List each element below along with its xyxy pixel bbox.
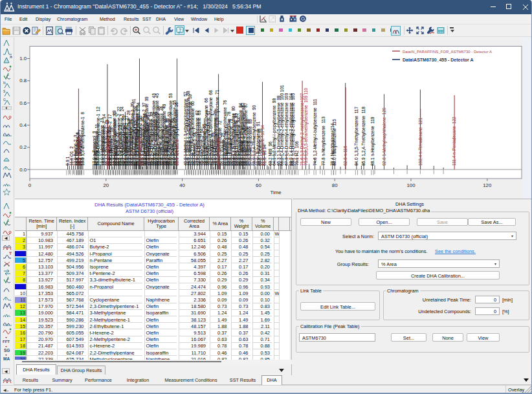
svg-text:20.4 n-Hexane: 20.4 n-Hexane [105, 138, 110, 166]
svg-text:92.8 1-Methylnaphthalene 120: 92.8 1-Methylnaphthalene 120 [382, 107, 387, 166]
svg-text:74.8 1,2-Methyl-t-butylbenzene: 74.8 1,2-Methyl-t-butylbenzene 111 [313, 99, 318, 166]
svg-text:49.5 n-Nonane: 49.5 n-Nonane [216, 138, 221, 166]
svg-text:12.8 n-Pentane: 12.8 n-Pentane [76, 137, 81, 166]
svg-text:?: ? [179, 28, 181, 32]
svg-text:85.9 1,2,4-Triethylbenzene 11: 85.9 1,2,4-Triethylbenzene 118 [361, 107, 366, 166]
svg-text:1.0: 1.0 [19, 56, 27, 61]
svg-text:88.1 n-Hexylbenzene 119: 88.1 n-Hexylbenzene 119 [370, 116, 375, 166]
svg-text:84.0 1,3,5-Triethylbenzene 11: 84.0 1,3,5-Triethylbenzene 117 [354, 107, 359, 166]
svg-text:Data\ASTM6730_455 - Detector A: Data\ASTM6730_455 - Detector A [403, 58, 473, 62]
svg-text:28.8 n-Heptane: 28.8 n-Heptane [137, 137, 142, 166]
svg-text:0: 0 [28, 182, 32, 188]
svg-text:80.0 t-Butylbenzene 115: 80.0 t-Butylbenzene 115 [332, 119, 337, 166]
svg-text:38.6 n-Octane: 38.6 n-Octane [175, 138, 179, 166]
svg-text:82.8 n-116: 82.8 n-116 [343, 146, 348, 166]
svg-text:73.9 1,2,3,5-tetramethylbenzen: 73.9 1,2,3,5-tetramethylbenzene 109 110 [304, 87, 309, 166]
svg-text:20: 20 [103, 182, 109, 188]
svg-text:0.6: 0.6 [19, 100, 27, 106]
svg-text:60: 60 [256, 182, 261, 188]
svg-text:0.0: 0.0 [19, 167, 27, 173]
svg-text:61.0 n-Decane+93 94: 61.0 n-Decane+93 94 [260, 125, 265, 166]
svg-text:FFT: FFT [3, 340, 10, 344]
svg-text:S: S [3, 89, 6, 93]
svg-text:SG: SG [4, 348, 10, 353]
svg-text:77.8 n-Nonylbenzene 113: 77.8 n-Nonylbenzene 113 [321, 116, 326, 166]
svg-text:N: N [3, 81, 6, 85]
svg-text:Time: Time [270, 190, 281, 195]
svg-text:0.4: 0.4 [19, 122, 27, 128]
svg-text:111.4 n-Pentadecane 122: 111.4 n-Pentadecane 122 [452, 116, 456, 166]
svg-text:40: 40 [179, 182, 185, 188]
svg-text:120: 120 [483, 182, 492, 188]
svg-text:Data\N_PARAFFINS_FOR_ASTM6730: Data\N_PARAFFINS_FOR_ASTM6730 - Detector… [403, 50, 492, 54]
svg-text:100: 100 [406, 182, 416, 188]
svg-text:102.4 n-Tetradecane 121: 102.4 n-Tetradecane 121 [418, 118, 423, 166]
svg-text:80: 80 [332, 182, 338, 188]
svg-text:MA: MA [3, 356, 10, 361]
svg-text:13.9 3,3-dimethylbutene-1 8: 13.9 3,3-dimethylbutene-1 8 [80, 112, 85, 166]
svg-text:G: G [3, 98, 6, 102]
svg-text:0.8: 0.8 [19, 78, 27, 83]
svg-text:0.2: 0.2 [19, 144, 27, 150]
svg-text:70.1 f42 106: 70.1 f42 106 [294, 141, 299, 166]
